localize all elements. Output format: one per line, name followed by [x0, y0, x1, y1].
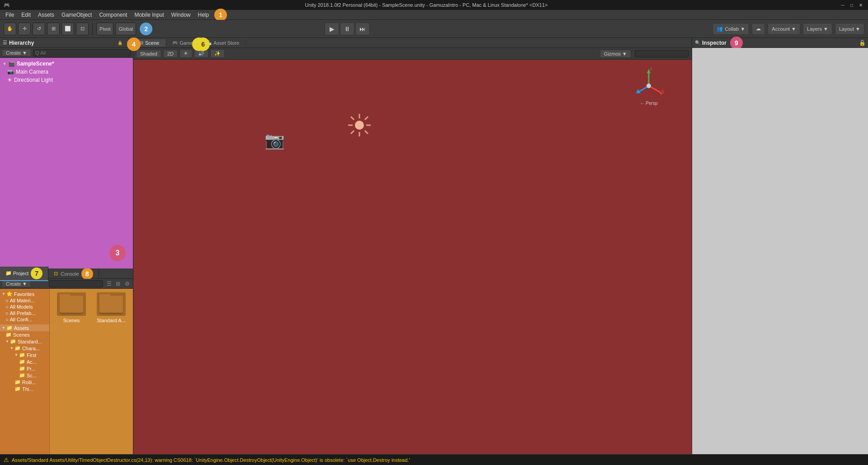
all-models-label: All Models	[10, 304, 33, 310]
global-button[interactable]: Global	[115, 23, 136, 35]
thi-item[interactable]: 📁 Thi...	[0, 385, 49, 392]
rect-tool-button[interactable]: ⬜	[61, 23, 74, 35]
svg-line-7	[365, 117, 368, 120]
gizmos-button[interactable]: Gizmos ▼	[600, 50, 631, 58]
menu-help[interactable]: Help	[194, 11, 213, 19]
hierarchy-search-input[interactable]	[33, 49, 131, 56]
tab-asset-store[interactable]: 🏪 Asset Store 6	[200, 39, 246, 47]
standard-arrow: ▼	[5, 339, 9, 343]
hand-tool-button[interactable]: ✋	[4, 23, 16, 35]
pr-label: Pr...	[27, 366, 36, 371]
menu-assets[interactable]: Assets	[34, 11, 58, 19]
console-icon: ⊡	[54, 271, 58, 277]
menu-component[interactable]: Component	[95, 11, 131, 19]
tab-console[interactable]: ⊡ Console 8	[48, 267, 99, 281]
project-filter-btn[interactable]: ⚙	[123, 280, 131, 288]
collab-button[interactable]: 👥 Collab ▼	[712, 23, 749, 35]
assets-folder-icon: 📁	[6, 325, 13, 331]
transform-tool-button[interactable]: ⊡	[76, 23, 89, 35]
characters-label: Chara...	[22, 346, 40, 351]
svg-line-5	[351, 117, 354, 120]
first-arrow: ▼	[14, 353, 18, 357]
all-models-item[interactable]: ○ All Models	[0, 304, 49, 310]
collab-label: Collab ▼	[725, 26, 745, 32]
folder-scenes-icon	[57, 292, 86, 316]
scenes-folder-icon: 📁	[5, 332, 12, 338]
all-prefabs-item[interactable]: ○ All Prefab...	[0, 310, 49, 316]
rolli-item[interactable]: 📁 Rolli...	[0, 379, 49, 385]
assets-root-item[interactable]: ▼ 📁 Assets	[0, 324, 49, 331]
layers-button[interactable]: Layers ▼	[803, 23, 832, 35]
hierarchy-item-directional-light[interactable]: ☀ Directional Light	[0, 76, 133, 84]
scale-tool-button[interactable]: ⊞	[47, 23, 60, 35]
effects-button[interactable]: ✨	[210, 49, 225, 58]
play-button[interactable]: ▶	[325, 23, 339, 35]
annotation-7-circle: 7	[31, 268, 42, 279]
cloud-button[interactable]: ☁	[752, 23, 765, 35]
all-materials-item[interactable]: ○ All Materi...	[0, 297, 49, 304]
scene-search-input[interactable]	[635, 50, 689, 57]
tab-project[interactable]: 📁 Project 7	[0, 267, 48, 281]
title-bar: 🎮 Unity 2018.1.0f2 Personal (64bit) - Sa…	[0, 0, 868, 10]
project-create-button[interactable]: Create ▼	[2, 280, 31, 287]
close-button[interactable]: ✕	[857, 1, 864, 9]
move-tool-button[interactable]: ✛	[18, 23, 31, 35]
favorites-section[interactable]: ▼ ⭐ Favorites	[0, 291, 49, 297]
menu-mobile-input[interactable]: Mobile Input	[131, 11, 167, 19]
project-list-view-btn[interactable]: ☰	[105, 280, 113, 288]
hierarchy-scene-root[interactable]: ▼ 🎬 SampleScene*	[0, 60, 133, 68]
status-bar: ⚠ Assets/Standard Assets/Utility/TimedOb…	[0, 454, 868, 465]
rotate-tool-button[interactable]: ↺	[33, 23, 45, 35]
minimize-button[interactable]: ─	[839, 1, 846, 9]
menu-window[interactable]: Window	[168, 11, 194, 19]
hierarchy-create-button[interactable]: Create ▼	[2, 49, 31, 56]
pause-button[interactable]: ⏸	[340, 23, 354, 35]
inspector-lock-button[interactable]: 🔓	[859, 40, 865, 46]
scene-expand-arrow: ▼	[3, 62, 6, 66]
all-models-icon: ○	[5, 304, 9, 310]
ac-item[interactable]: 📁 Ac...	[0, 358, 49, 365]
standard-item[interactable]: ▼ 📁 Standard...	[0, 338, 49, 345]
hierarchy-lock-btn[interactable]: 🔒	[117, 40, 123, 46]
tab-scene[interactable]: ⊙ Scene 4	[133, 39, 166, 47]
project-grid-view-btn[interactable]: ⊞	[114, 280, 122, 288]
scenes-item[interactable]: 📁 Scenes	[0, 331, 49, 338]
favorites-label: Favorites	[14, 291, 34, 297]
annotation-2: 2	[144, 25, 148, 33]
lighting-button[interactable]: ☀	[179, 49, 192, 58]
pivot-button[interactable]: Pivot	[96, 23, 113, 35]
annotation-4: 4	[132, 41, 136, 48]
shading-mode-button[interactable]: Shaded	[136, 50, 161, 58]
layout-button[interactable]: Layout ▼	[835, 23, 864, 35]
tab-game[interactable]: 🎮 Game 5	[166, 39, 200, 47]
pr-item[interactable]: 📁 Pr...	[0, 365, 49, 372]
sc-item[interactable]: 📁 Sc...	[0, 372, 49, 379]
hierarchy-panel: ☰ Hierarchy 🔒 ⋮ Create ▼ ▼ 🎬 SampleScene…	[0, 38, 133, 268]
project-search-input[interactable]	[49, 280, 103, 287]
menu-file[interactable]: File	[2, 11, 18, 19]
menu-gameobject[interactable]: GameObject	[58, 11, 95, 19]
inspector-panel: 🔍 Inspector 9 🔓	[692, 38, 868, 465]
step-button[interactable]: ⏭	[355, 23, 370, 35]
hierarchy-title: Hierarchy	[9, 40, 34, 46]
all-materials-icon: ○	[5, 298, 9, 303]
maximize-button[interactable]: □	[848, 1, 855, 9]
project-main-area: Scenes Standard A...	[50, 289, 133, 465]
layout-label: Layout ▼	[839, 26, 860, 32]
cloud-icon: ☁	[756, 26, 761, 32]
folder-standard-icon	[97, 292, 126, 316]
scenes-label: Scenes	[13, 332, 30, 338]
account-button[interactable]: Account ▼	[768, 23, 800, 35]
folder-standard-assets[interactable]: Standard A...	[93, 292, 129, 323]
all-materials-label: All Materi...	[10, 298, 35, 303]
first-item[interactable]: ▼ 📁 First	[0, 352, 49, 358]
all-config-item[interactable]: ○ All Confi...	[0, 316, 49, 323]
characters-item[interactable]: ▼ 📁 Chara...	[0, 345, 49, 352]
favorites-arrow: ▼	[2, 292, 5, 296]
center-panel: ⊙ Scene 4 🎮 Game 5 🏪 Asset Store	[133, 38, 692, 465]
folder-scenes[interactable]: Scenes	[53, 292, 90, 323]
2d-button[interactable]: 2D	[163, 50, 178, 58]
svg-point-0	[355, 121, 364, 130]
menu-edit[interactable]: Edit	[18, 11, 34, 19]
hierarchy-item-main-camera[interactable]: 📷 Main Camera	[0, 68, 133, 76]
